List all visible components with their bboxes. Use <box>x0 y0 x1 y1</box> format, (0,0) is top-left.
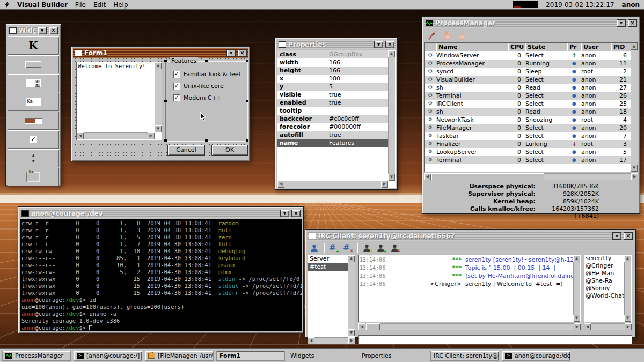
process-row-NetworkTask[interactable]: ⚙NetworkTask0Snoozing●root4 <box>425 116 631 124</box>
taskbar-button-anon-courage-dev[interactable]: >anon@courage:/dev <box>502 351 570 361</box>
kill-process-icon[interactable] <box>427 31 437 40</box>
editor-horizontal-scrollbar[interactable]: ◀ ▶ <box>77 132 155 139</box>
titlebar-process-manager[interactable]: ProcessManager ▾ × <box>424 18 638 28</box>
process-row-Finalizer[interactable]: ⚙Finalizer0Lurking↓root3 <box>425 140 631 148</box>
scroll-right-button[interactable]: ▶ <box>625 323 632 330</box>
titlebar-irc-client[interactable]: IRC Client: seren1ty@irc.dal.net:6667 ▾ … <box>307 231 634 241</box>
app-menu-title[interactable]: Visual Builder <box>17 1 68 9</box>
widget-button-gspinbox[interactable]: ▲▼ <box>8 74 59 92</box>
minimize-button[interactable]: ▾ <box>38 27 47 34</box>
nick-item[interactable]: @Sonny` <box>584 285 625 292</box>
scroll-down-button[interactable]: ▼ <box>348 329 355 336</box>
scroll-down-button[interactable]: ▼ <box>573 315 580 322</box>
features-groupbox[interactable]: Features ✓Familiar look & feel✓Unix-like… <box>165 61 247 141</box>
process-row-Terminal[interactable]: ⚙Terminal0Select●anon26 <box>425 92 631 100</box>
chat-vertical-scrollbar[interactable]: ▲ ▼ <box>573 255 580 322</box>
resize-handle[interactable] <box>246 60 248 62</box>
scroll-right-button[interactable]: ▶ <box>348 337 355 344</box>
taskbar-button--anon-courage-[interactable]: >[anon@courage:/] <box>74 351 142 361</box>
column-header-CPU[interactable]: CPU <box>508 43 525 51</box>
scroll-up-button[interactable]: ▲ <box>573 255 580 262</box>
property-row-tooltip[interactable]: tooltip <box>277 107 388 115</box>
close-button[interactable]: × <box>628 19 637 27</box>
widget-button-ggroupbox[interactable]: Ka <box>8 168 59 186</box>
process-table-header[interactable]: NameCPUStatePrUserPID <box>425 43 631 51</box>
taskbar-button-properties[interactable]: Properties <box>359 351 428 361</box>
column-header-Name[interactable]: Name <box>436 43 508 51</box>
join-channel-icon[interactable]: #+ <box>329 243 338 253</box>
channel-list[interactable]: Server#test ▲ ▼ <box>308 255 355 337</box>
resize-handle[interactable] <box>164 60 167 62</box>
chat-horizontal-scrollbar[interactable]: ◀ ▶ <box>358 323 581 330</box>
close-query-icon[interactable]: ✕ <box>390 243 399 253</box>
nick-list-scrollbar[interactable]: ▲ ▼ <box>624 255 631 322</box>
resize-handle[interactable] <box>164 139 167 142</box>
close-button[interactable]: × <box>624 232 633 240</box>
properties-horizontal-scrollbar[interactable]: ◀ ▶ <box>277 181 388 188</box>
property-row-forecolor[interactable]: forecolor#000000ff <box>277 123 388 131</box>
process-row-LookupServer[interactable]: ⚙LookupServer0Select●anon5 <box>425 148 631 156</box>
titlebar-properties[interactable]: Properties ▾ × <box>277 40 396 49</box>
widget-button-gtexteditor[interactable]: Ka <box>8 93 59 111</box>
property-row-visible[interactable]: visibletrue <box>277 91 388 99</box>
resize-handle[interactable] <box>164 100 167 102</box>
groupbox-selected[interactable]: Features ✓Familiar look & feel✓Unix-like… <box>165 61 247 141</box>
scroll-right-button[interactable]: ▶ <box>631 173 638 180</box>
nick-horizontal-scrollbar[interactable]: ◀ ▶ <box>584 323 632 330</box>
checkbox-1[interactable]: ✓Unix-like core <box>173 83 240 90</box>
channel-horizontal-scrollbar[interactable]: ◀ ▶ <box>308 337 355 344</box>
scroll-left-button[interactable]: ◀ <box>77 132 84 139</box>
process-row-IRCClient[interactable]: ⚙IRCClient0Select●anon25 <box>425 100 631 108</box>
process-row-sh[interactable]: ⚙sh0Read●anon27 <box>425 84 631 92</box>
checkbox-2[interactable]: ✓Modern C++ <box>173 94 240 101</box>
column-header-State[interactable]: State <box>525 43 567 51</box>
ok-button[interactable]: OK <box>211 145 248 156</box>
minimize-button[interactable]: ▾ <box>612 232 621 240</box>
widget-button-gscrollbar[interactable]: ▲▼ <box>8 149 59 167</box>
process-row-syncd[interactable]: ⚙syncd0Sleep●root2 <box>425 68 631 76</box>
property-row-y[interactable]: y5 <box>277 83 388 91</box>
property-row-autofill[interactable]: autofilltrue <box>277 131 388 139</box>
scroll-down-button[interactable]: ▼ <box>388 174 395 181</box>
titlebar-form1[interactable]: Form1 ▾ × <box>73 48 248 58</box>
process-row-VisualBuilder[interactable]: ⚙VisualBuilder0Select●anon21 <box>425 76 631 84</box>
taskbar-button-irc-client-seren1ty-i-[interactable]: IRC Client: seren1ty@i... <box>430 351 499 361</box>
close-button[interactable]: × <box>291 210 301 217</box>
minimize-button[interactable]: ▾ <box>280 210 289 217</box>
resize-handle[interactable] <box>246 139 248 142</box>
column-header-icon[interactable] <box>425 43 436 51</box>
process-horizontal-scrollbar[interactable]: ◀ ▶ <box>424 173 638 180</box>
scroll-up-button[interactable]: ▲ <box>631 43 638 50</box>
taskbar-button-form1[interactable]: Form1 <box>216 351 285 361</box>
resize-handle[interactable] <box>205 60 208 62</box>
channel-item-test[interactable]: #test <box>308 263 349 271</box>
scroll-left-button[interactable]: ◀ <box>584 323 591 330</box>
minimize-button[interactable]: ▾ <box>617 19 626 27</box>
nick-item[interactable]: @She-Ra <box>584 277 625 285</box>
titlebar-widgets[interactable]: Widgets ▾ × <box>8 26 59 35</box>
scroll-right-button[interactable]: ▶ <box>381 181 388 188</box>
properties-vertical-scrollbar[interactable]: ▲ ▼ <box>388 50 395 181</box>
process-vertical-scrollbar[interactable]: ▲ ▼ <box>631 43 638 172</box>
close-button[interactable]: × <box>49 27 58 34</box>
process-row-WindowServer[interactable]: ⚙WindowServer0Select↑anon6 <box>425 51 631 60</box>
minimize-button[interactable]: ▾ <box>374 41 383 48</box>
checkbox-0[interactable]: ✓Familiar look & feel <box>173 71 240 78</box>
resize-handle[interactable] <box>246 100 248 102</box>
property-row-x[interactable]: x180 <box>277 75 388 83</box>
form-designer-canvas[interactable]: Welcome to Serenity! ▲ ▼ ◀ ▶ Features ✓F… <box>73 58 248 159</box>
widget-button-gprogressbar[interactable] <box>8 112 59 130</box>
scroll-left-button[interactable]: ◀ <box>424 173 431 180</box>
scroll-left-button[interactable]: ◀ <box>358 323 365 330</box>
widget-button-gcheckbox[interactable]: ✓ <box>8 130 59 149</box>
scroll-left-button[interactable]: ◀ <box>277 181 284 188</box>
process-row-Taskbar[interactable]: ⚙Taskbar0Select●anon7 <box>425 132 631 140</box>
column-header-Pr[interactable]: Pr <box>567 43 581 51</box>
menu-edit[interactable]: Edit <box>93 1 106 9</box>
taskbar-button-widgets[interactable]: Widgets <box>288 351 356 361</box>
user-list-icon[interactable] <box>310 243 319 253</box>
terminal-output[interactable]: crw-r--r-- 0 0 1, 8 2019-04-30 13:08:41 … <box>20 219 302 331</box>
nick-item[interactable]: @World-Chat <box>584 292 625 300</box>
process-row-ProcessManager[interactable]: ⚙ProcessManager0Running●anon11 <box>425 60 631 68</box>
process-row-FileManager[interactable]: ⚙FileManager0Select●anon20 <box>425 124 631 132</box>
